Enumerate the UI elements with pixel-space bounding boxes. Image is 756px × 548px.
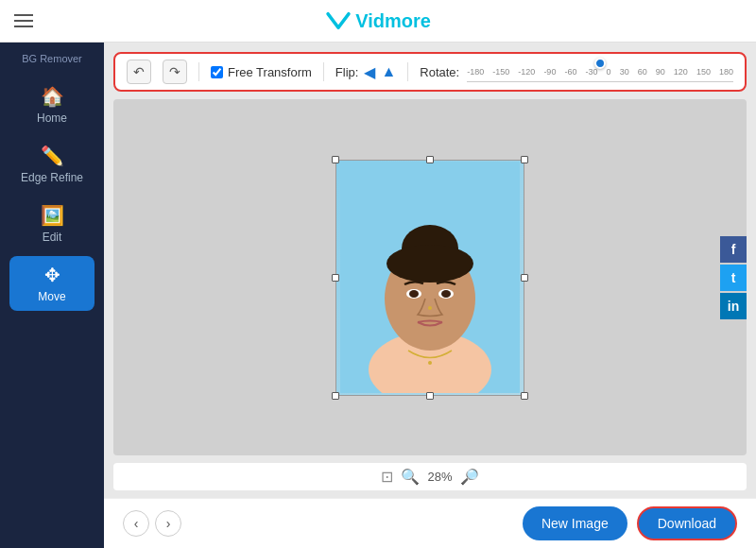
linkedin-share-button[interactable]: in [720,293,747,319]
main-layout: BG Remover 🏠 Home ✏️ Edge Refine 🖼️ Edit… [0,43,756,548]
flip-group: Flip: ◀ ▲ [335,63,396,81]
sidebar-item-edge-refine[interactable]: ✏️ Edge Refine [9,137,94,192]
twitter-share-button[interactable]: t [720,265,747,291]
redo-button[interactable]: ↷ [163,60,187,84]
logo-v-icon [325,11,352,30]
handle-middle-right[interactable] [521,274,528,282]
image-wrapper [335,160,524,396]
sidebar-item-edit-label: Edit [43,231,62,244]
hamburger-menu-button[interactable] [14,14,33,27]
zoom-in-button[interactable]: 🔎 [460,468,479,486]
handle-top-middle[interactable] [426,156,434,163]
toolbar: ↶ ↷ Free Transform Flip: ◀ ▲ Rotate: -18… [113,52,747,92]
free-transform-group: Free Transform [211,65,312,79]
svg-point-11 [428,361,432,365]
svg-point-5 [387,245,473,283]
canvas-area: f t in [113,99,747,455]
handle-bottom-left[interactable] [332,392,339,400]
flip-horizontal-button[interactable]: ◀ [364,63,375,81]
handle-top-left[interactable] [332,156,339,163]
svg-point-10 [441,290,451,298]
move-icon: ✥ [44,264,60,286]
toolbar-divider-1 [198,62,199,81]
toolbar-divider-3 [407,62,408,81]
rotate-scale[interactable]: -180 -150 -120 -90 -60 -30 0 30 60 90 12… [467,61,733,82]
zoom-out-button[interactable]: 🔍 [401,468,420,486]
sidebar-item-move-label: Move [38,290,65,303]
rotate-line [467,81,733,82]
handle-top-right[interactable] [521,156,528,163]
svg-point-6 [428,306,432,310]
rotate-group: Rotate: -180 -150 -120 -90 -60 -30 0 30 … [420,61,733,82]
sidebar-brand: BG Remover [22,52,82,65]
sidebar: BG Remover 🏠 Home ✏️ Edge Refine 🖼️ Edit… [0,43,104,548]
new-image-button[interactable]: New Image [523,506,627,540]
facebook-share-button[interactable]: f [720,236,747,263]
status-bar: ⊡ 🔍 28% 🔎 [113,463,747,490]
home-icon: 🏠 [41,85,64,108]
action-bar: ‹ › New Image Download [104,498,756,548]
rotate-thumb[interactable] [594,58,606,69]
edge-refine-icon: ✏️ [41,145,64,167]
svg-point-9 [409,290,419,298]
sidebar-item-move[interactable]: ✥ Move [9,256,94,311]
action-buttons: New Image Download [523,506,737,540]
handle-bottom-right[interactable] [521,392,528,400]
next-button[interactable]: › [155,510,181,537]
sidebar-item-edge-refine-label: Edge Refine [21,171,83,184]
zoom-percent: 28% [427,470,452,484]
free-transform-checkbox[interactable] [211,66,223,78]
sidebar-item-home[interactable]: 🏠 Home [9,77,94,132]
handle-bottom-middle[interactable] [426,392,434,400]
person-image [340,162,520,393]
logo-text: Vidmore [355,10,431,32]
sidebar-item-edit[interactable]: 🖼️ Edit [9,197,94,251]
top-navigation: Vidmore [0,0,756,43]
download-button[interactable]: Download [637,506,737,540]
undo-button[interactable]: ↶ [127,60,151,84]
edit-icon: 🖼️ [41,204,64,227]
flip-label: Flip: [335,65,359,79]
sidebar-item-home-label: Home [37,111,67,125]
social-buttons: f t in [720,236,747,319]
app-logo: Vidmore [325,10,431,32]
free-transform-label: Free Transform [228,65,312,79]
flip-vertical-button[interactable]: ▲ [381,63,396,80]
previous-button[interactable]: ‹ [123,510,149,537]
navigation-buttons: ‹ › [123,510,181,537]
rotate-label: Rotate: [420,65,459,79]
canvas-image [335,160,524,396]
toolbar-divider-2 [323,62,324,81]
content-area: ↶ ↷ Free Transform Flip: ◀ ▲ Rotate: -18… [104,43,756,548]
fit-button[interactable]: ⊡ [381,468,393,486]
handle-middle-left[interactable] [332,274,339,282]
